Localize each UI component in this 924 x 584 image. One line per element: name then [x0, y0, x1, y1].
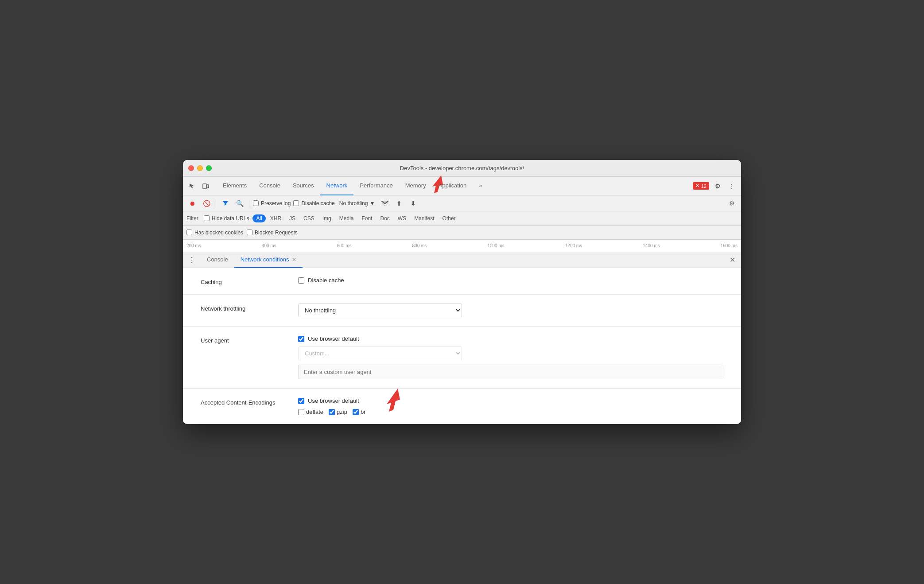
mark-600: 600 ms [337, 243, 352, 248]
disable-cache-check[interactable] [298, 277, 304, 284]
disable-cache-label[interactable]: Disable cache [293, 200, 334, 206]
deflate-checkbox[interactable] [298, 409, 304, 415]
svg-rect-1 [207, 185, 209, 188]
drawer-tab-network-conditions[interactable]: Network conditions ✕ [234, 252, 303, 268]
filter-pill-other[interactable]: Other [439, 214, 459, 222]
network-conditions-content: Caching Disable cache Network throttling… [183, 268, 741, 424]
toolbar-right: ⚙ [726, 198, 738, 209]
wifi-settings-button[interactable] [379, 198, 391, 209]
filter-bar: Filter Hide data URLs All XHR JS CSS Img… [183, 211, 741, 226]
network-throttling-label: Network throttling [201, 304, 298, 312]
filter-pills: Hide data URLs All XHR JS CSS Img Media … [204, 214, 459, 222]
mark-400: 400 ms [262, 243, 276, 248]
br-checkbox[interactable] [353, 409, 359, 415]
drawer-tab-console[interactable]: Console [201, 252, 234, 268]
filter-pill-ws[interactable]: WS [394, 214, 410, 222]
caching-row: Caching Disable cache [183, 268, 741, 295]
throttle-select-container[interactable]: No throttling ▼ [338, 199, 377, 207]
tab-more[interactable]: » [473, 177, 488, 195]
caching-label: Caching [201, 277, 298, 285]
encodings-browser-default-check[interactable] [298, 398, 304, 404]
timeline-row: 200 ms 400 ms 600 ms 800 ms 1000 ms 1200… [183, 240, 741, 252]
filter-pill-doc[interactable]: Doc [377, 214, 393, 222]
filter-pill-manifest[interactable]: Manifest [411, 214, 438, 222]
tab-bar-right: ✕ 12 ⚙ ⋮ [693, 180, 738, 192]
disable-cache-checkbox[interactable] [293, 200, 299, 206]
separator-2 [249, 199, 249, 208]
hide-data-urls-checkbox[interactable] [204, 215, 210, 221]
device-toolbar-button[interactable] [200, 180, 211, 192]
close-button[interactable] [188, 165, 194, 171]
disable-cache-row[interactable]: Disable cache [298, 277, 723, 284]
error-icon: ✕ [695, 183, 699, 189]
drawer-menu-button[interactable]: ⋮ [186, 255, 197, 265]
accepted-content-encodings-label: Accepted Content-Encodings [201, 397, 298, 406]
tab-network[interactable]: Network [320, 177, 354, 195]
has-blocked-cookies-label[interactable]: Has blocked cookies [186, 230, 243, 236]
additional-filter-row: Has blocked cookies Blocked Requests [183, 226, 741, 240]
tab-application[interactable]: Application [432, 177, 473, 195]
accepted-content-encodings-row: Accepted Content-Encodings Use browser d… [183, 389, 741, 424]
record-button[interactable]: ⏺ [186, 198, 198, 209]
blocked-requests-checkbox[interactable] [247, 230, 252, 235]
custom-ua-select[interactable]: Custom... [298, 347, 462, 360]
encodings-controls: Use browser default deflate gzip br [298, 397, 723, 415]
tab-console[interactable]: Console [253, 177, 287, 195]
user-agent-label: User agent [201, 335, 298, 344]
tab-performance[interactable]: Performance [353, 177, 399, 195]
mark-1200: 1200 ms [565, 243, 582, 248]
drawer-close-button[interactable]: ✕ [727, 255, 738, 265]
mark-800: 800 ms [412, 243, 427, 248]
custom-ua-input[interactable] [298, 365, 723, 379]
filter-pill-all[interactable]: All [252, 214, 265, 222]
use-browser-default-row[interactable]: Use browser default [298, 335, 723, 342]
clear-button[interactable]: 🚫 [201, 198, 212, 209]
filter-pill-js[interactable]: JS [286, 214, 299, 222]
devtools-window: DevTools - developer.chrome.com/tags/dev… [183, 160, 741, 424]
throttling-select[interactable]: No throttling Fast 3G Slow 3G Offline Cu… [298, 304, 462, 317]
search-button[interactable]: 🔍 [234, 198, 245, 209]
hide-data-urls-label[interactable]: Hide data URLs [204, 215, 249, 222]
throttle-dropdown-icon: ▼ [369, 200, 375, 206]
gzip-checkbox[interactable] [329, 409, 335, 415]
tab-elements[interactable]: Elements [217, 177, 253, 195]
filter-pill-img[interactable]: Img [319, 214, 335, 222]
select-element-button[interactable] [186, 180, 198, 192]
tab-memory[interactable]: Memory [399, 177, 432, 195]
download-button[interactable]: ⬇ [408, 198, 419, 209]
user-agent-row: User agent Use browser default Custom... [183, 327, 741, 389]
caching-controls: Disable cache [298, 277, 723, 284]
traffic-lights [188, 165, 212, 171]
settings-button[interactable]: ⚙ [712, 180, 723, 192]
maximize-button[interactable] [206, 165, 212, 171]
tab-bar-tools [186, 180, 211, 192]
throttle-value: No throttling [339, 200, 368, 206]
encodings-browser-default-row[interactable]: Use browser default [298, 397, 723, 404]
error-count: 12 [701, 183, 707, 189]
tab-sources[interactable]: Sources [287, 177, 320, 195]
error-badge[interactable]: ✕ 12 [693, 182, 709, 190]
window-title: DevTools - developer.chrome.com/tags/dev… [400, 165, 524, 171]
network-settings-button[interactable]: ⚙ [726, 198, 738, 209]
has-blocked-cookies-checkbox[interactable] [186, 230, 192, 235]
gzip-label[interactable]: gzip [329, 409, 347, 415]
separator-1 [216, 199, 216, 208]
filter-pill-media[interactable]: Media [336, 214, 357, 222]
throttling-controls: No throttling Fast 3G Slow 3G Offline Cu… [298, 304, 723, 317]
deflate-label[interactable]: deflate [298, 409, 323, 415]
drawer-tab-close[interactable]: ✕ [292, 257, 296, 263]
blocked-requests-label[interactable]: Blocked Requests [247, 230, 298, 236]
filter-pill-css[interactable]: CSS [300, 214, 318, 222]
filter-button[interactable] [220, 198, 231, 209]
filter-pill-font[interactable]: Font [358, 214, 376, 222]
filter-pill-xhr[interactable]: XHR [267, 214, 285, 222]
use-browser-default-check[interactable] [298, 336, 304, 342]
preserve-log-label[interactable]: Preserve log [253, 200, 291, 206]
preserve-log-checkbox[interactable] [253, 200, 259, 206]
network-throttling-row: Network throttling No throttling Fast 3G… [183, 295, 741, 327]
minimize-button[interactable] [197, 165, 203, 171]
upload-button[interactable]: ⬆ [393, 198, 405, 209]
tab-list: Elements Console Sources Network Perform… [217, 177, 693, 195]
br-label[interactable]: br [353, 409, 366, 415]
more-options-button[interactable]: ⋮ [726, 180, 738, 192]
